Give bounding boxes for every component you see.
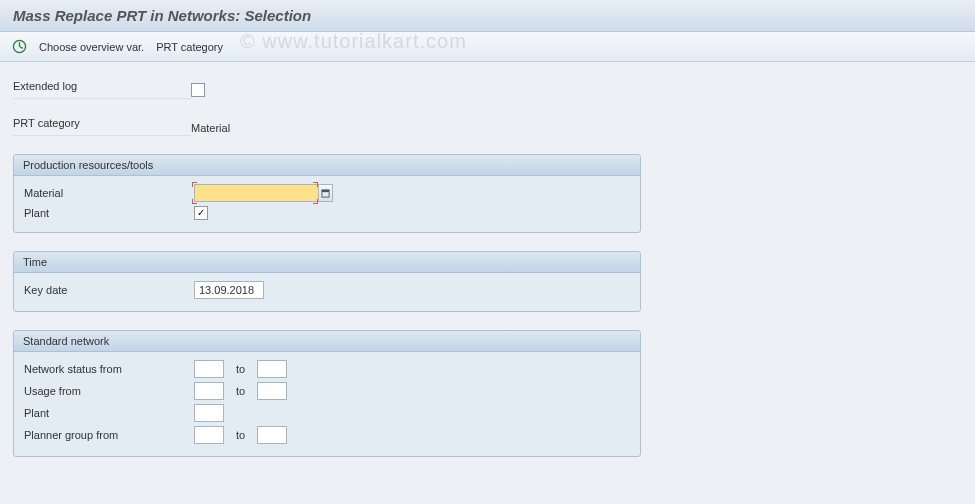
plant-checkbox[interactable] <box>194 206 208 220</box>
usage-from-input[interactable] <box>194 382 224 400</box>
value-help-button[interactable] <box>319 184 333 202</box>
usage-label: Usage from <box>24 385 194 397</box>
network-status-label: Network status from <box>24 363 194 375</box>
required-marker-icon <box>192 199 197 204</box>
execute-icon[interactable] <box>12 39 27 54</box>
planner-from-input[interactable] <box>194 426 224 444</box>
to-label: to <box>236 429 245 441</box>
planner-to-input[interactable] <box>257 426 287 444</box>
plant-label: Plant <box>24 207 194 219</box>
prt-category-label: PRT category <box>13 117 191 136</box>
toolbar: Choose overview var. PRT category <box>0 32 975 62</box>
group-standard-network: Standard network Network status from to … <box>13 330 641 457</box>
material-input[interactable] <box>194 184 319 202</box>
extended-log-checkbox[interactable] <box>191 83 205 97</box>
page-title: Mass Replace PRT in Networks: Selection <box>0 0 975 32</box>
to-label: to <box>236 363 245 375</box>
network-status-to-input[interactable] <box>257 360 287 378</box>
choose-overview-button[interactable]: Choose overview var. <box>39 41 144 53</box>
group-prt-header: Production resources/tools <box>14 155 640 176</box>
group-time: Time Key date <box>13 251 641 312</box>
prt-category-value: Material <box>191 120 230 134</box>
content: Extended log PRT category Material Produ… <box>0 62 975 485</box>
extended-log-label: Extended log <box>13 80 191 99</box>
prt-category-button[interactable]: PRT category <box>156 41 223 53</box>
keydate-label: Key date <box>24 284 194 296</box>
std-plant-label: Plant <box>24 407 194 419</box>
group-std-header: Standard network <box>14 331 640 352</box>
network-status-from-input[interactable] <box>194 360 224 378</box>
usage-to-input[interactable] <box>257 382 287 400</box>
prt-category-row: PRT category Material <box>13 117 962 136</box>
svg-rect-4 <box>322 189 329 191</box>
material-label: Material <box>24 187 194 199</box>
required-marker-icon <box>192 182 197 187</box>
std-plant-input[interactable] <box>194 404 224 422</box>
required-marker-icon <box>313 199 318 204</box>
extended-log-row: Extended log <box>13 80 962 99</box>
group-time-header: Time <box>14 252 640 273</box>
required-marker-icon <box>313 182 318 187</box>
svg-line-2 <box>20 47 23 49</box>
keydate-input[interactable] <box>194 281 264 299</box>
group-prt: Production resources/tools Material Plan… <box>13 154 641 233</box>
to-label: to <box>236 385 245 397</box>
material-field-wrap <box>194 184 333 202</box>
planner-group-label: Planner group from <box>24 429 194 441</box>
